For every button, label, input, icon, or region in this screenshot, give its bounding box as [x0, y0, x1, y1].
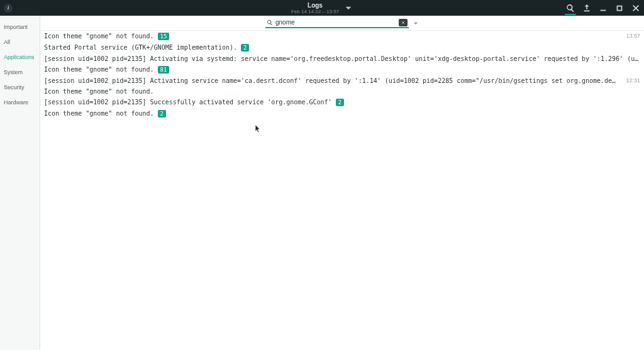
log-message: Icon theme "gnome" not found. — [44, 110, 154, 117]
count-badge: 15 — [158, 33, 170, 40]
search-toolbar — [40, 16, 644, 31]
app-icon: i — [4, 4, 13, 13]
sidebar-item-label: Important — [4, 24, 28, 30]
log-message: [session uid=1002 pid=2135] Activating v… — [44, 55, 640, 62]
search-box[interactable] — [265, 18, 409, 28]
log-row[interactable]: Icon theme "gnome" not found. 81 — [40, 64, 644, 75]
log-row[interactable]: Started Portal service (GTK+/GNOME imple… — [40, 42, 644, 53]
sidebar-item-security[interactable]: Security — [0, 80, 40, 95]
log-message: [session uid=1002 pid=2135] Activating s… — [44, 77, 617, 84]
export-icon[interactable] — [582, 4, 591, 13]
title-dropdown-icon[interactable] — [344, 4, 353, 13]
sidebar-item-important[interactable]: Important — [0, 19, 40, 35]
log-row[interactable]: Icon theme "gnome" not found. — [40, 86, 644, 97]
window-subtitle: Feb 14 14:22 – 13:57 — [291, 9, 339, 14]
sidebar-item-label: Hardware — [4, 99, 28, 106]
minimize-icon[interactable] — [599, 4, 608, 13]
close-icon[interactable] — [631, 4, 640, 13]
header-bar: i Logs Feb 14 14:22 – 13:57 — [0, 0, 644, 16]
log-row[interactable]: [session uid=1002 pid=2135] Successfully… — [40, 97, 644, 108]
search-input[interactable] — [275, 19, 399, 26]
backspace-x-icon — [401, 21, 405, 25]
sidebar-item-label: Applications — [4, 54, 35, 60]
log-message: [session uid=1002 pid=2135] Successfully… — [44, 99, 332, 106]
sidebar-item-label: Security — [4, 84, 25, 90]
sidebar-item-label: All — [4, 39, 10, 45]
sidebar-item-system[interactable]: System — [0, 65, 40, 80]
log-row[interactable]: Icon theme "gnome" not found. 2 — [40, 108, 644, 119]
sidebar-item-applications[interactable]: Applications — [0, 50, 40, 65]
sidebar: Important All Applications System Securi… — [0, 16, 40, 350]
header-search-button[interactable] — [566, 4, 575, 13]
log-message: Icon theme "gnome" not found. — [44, 66, 154, 73]
log-list[interactable]: Icon theme "gnome" not found. 15 13:57 S… — [40, 31, 644, 350]
log-message: Started Portal service (GTK+/GNOME imple… — [44, 44, 237, 51]
log-row[interactable]: [session uid=1002 pid=2135] Activating v… — [40, 53, 644, 64]
log-row[interactable]: Icon theme "gnome" not found. 15 13:57 — [40, 31, 644, 42]
sidebar-item-all[interactable]: All — [0, 35, 40, 50]
count-badge: 2 — [336, 99, 344, 106]
count-badge: 2 — [158, 110, 166, 118]
sidebar-item-label: System — [4, 69, 23, 75]
log-message: Icon theme "gnome" not found. — [44, 88, 154, 95]
clear-search-button[interactable] — [399, 19, 408, 26]
window-title: Logs — [308, 2, 323, 8]
log-row[interactable]: [session uid=1002 pid=2135] Activating s… — [40, 75, 644, 86]
search-icon — [267, 19, 273, 26]
search-icon — [566, 4, 575, 13]
title-block[interactable]: Logs Feb 14 14:22 – 13:57 — [291, 2, 339, 14]
log-time: 13:57 — [621, 33, 640, 39]
count-badge: 2 — [241, 44, 249, 52]
count-badge: 81 — [158, 66, 170, 74]
log-time: 12:31 — [621, 77, 640, 84]
search-options-dropdown-icon[interactable] — [413, 20, 419, 26]
sidebar-item-hardware[interactable]: Hardware — [0, 95, 40, 110]
log-message: Icon theme "gnome" not found. — [44, 33, 154, 40]
maximize-icon[interactable] — [615, 4, 624, 13]
